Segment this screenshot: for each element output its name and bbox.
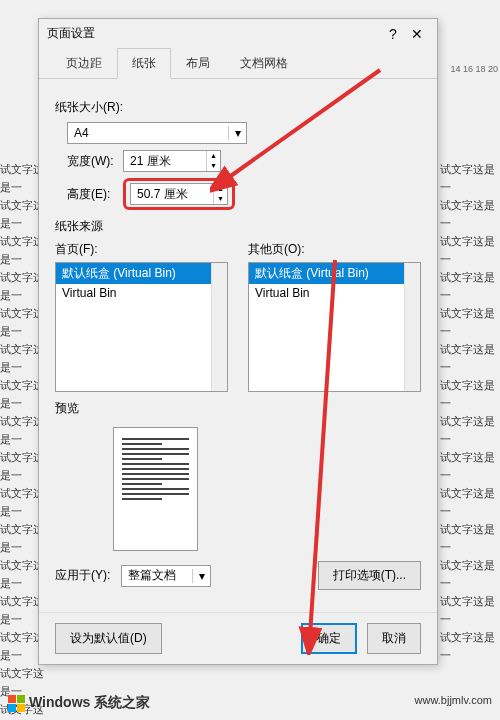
print-options-button[interactable]: 打印选项(T)...: [318, 561, 421, 590]
chevron-down-icon[interactable]: ▾: [228, 126, 246, 140]
scrollbar[interactable]: [211, 263, 227, 391]
ruler: 14 16 18 20: [450, 60, 498, 78]
apply-to-value: 整篇文档: [122, 567, 192, 584]
height-value: 50.7 厘米: [131, 184, 213, 204]
help-button[interactable]: ?: [381, 26, 405, 42]
first-page-label: 首页(F):: [55, 241, 228, 258]
first-page-listbox[interactable]: 默认纸盒 (Virtual Bin) Virtual Bin: [55, 262, 228, 392]
height-up-icon[interactable]: ▲: [214, 184, 227, 194]
ok-button[interactable]: 确定: [301, 623, 357, 654]
paper-size-combo[interactable]: A4 ▾: [67, 122, 247, 144]
tab-grid[interactable]: 文档网格: [225, 48, 303, 79]
other-pages-listbox[interactable]: 默认纸盒 (Virtual Bin) Virtual Bin: [248, 262, 421, 392]
bg-text-right: 试文字这是一试文字这是一 试文字这是一试文字这是一 试文字这是一试文字这是一 试…: [440, 160, 500, 664]
cancel-button[interactable]: 取消: [367, 623, 421, 654]
width-value: 21 厘米: [124, 151, 206, 171]
width-up-icon[interactable]: ▲: [207, 151, 220, 161]
source-label: 纸张来源: [55, 218, 421, 235]
list-item[interactable]: Virtual Bin: [56, 284, 227, 302]
scrollbar[interactable]: [404, 263, 420, 391]
windows-logo-icon: [8, 695, 25, 712]
apply-to-combo[interactable]: 整篇文档 ▾: [121, 565, 211, 587]
paper-size-value: A4: [68, 126, 228, 140]
list-item[interactable]: 默认纸盒 (Virtual Bin): [249, 263, 420, 284]
preview-label: 预览: [55, 400, 421, 417]
preview-page: [113, 427, 198, 551]
list-item[interactable]: Virtual Bin: [249, 284, 420, 302]
height-highlight: 50.7 厘米 ▲ ▼: [123, 178, 235, 210]
close-button[interactable]: ✕: [405, 26, 429, 42]
paper-size-label: 纸张大小(R):: [55, 99, 421, 116]
tabs: 页边距 纸张 布局 文档网格: [39, 48, 437, 79]
chevron-down-icon[interactable]: ▾: [192, 569, 210, 583]
list-item[interactable]: 默认纸盒 (Virtual Bin): [56, 263, 227, 284]
tab-layout[interactable]: 布局: [171, 48, 225, 79]
set-default-button[interactable]: 设为默认值(D): [55, 623, 162, 654]
width-label: 宽度(W):: [67, 153, 123, 170]
width-spinner[interactable]: 21 厘米 ▲ ▼: [123, 150, 221, 172]
height-spinner[interactable]: 50.7 厘米 ▲ ▼: [130, 183, 228, 205]
other-pages-label: 其他页(O):: [248, 241, 421, 258]
height-label: 高度(E):: [67, 186, 123, 203]
page-setup-dialog: 页面设置 ? ✕ 页边距 纸张 布局 文档网格 纸张大小(R): A4 ▾ 宽度…: [38, 18, 438, 665]
dialog-titlebar: 页面设置 ? ✕: [39, 19, 437, 48]
tab-paper[interactable]: 纸张: [117, 48, 171, 79]
height-down-icon[interactable]: ▼: [214, 194, 227, 204]
watermark-right: www.bjjmlv.com: [415, 694, 492, 712]
dialog-title: 页面设置: [47, 25, 381, 42]
apply-to-label: 应用于(Y):: [55, 567, 121, 584]
tab-margins[interactable]: 页边距: [51, 48, 117, 79]
width-down-icon[interactable]: ▼: [207, 161, 220, 171]
watermark-left: Windows 系统之家: [8, 694, 150, 712]
